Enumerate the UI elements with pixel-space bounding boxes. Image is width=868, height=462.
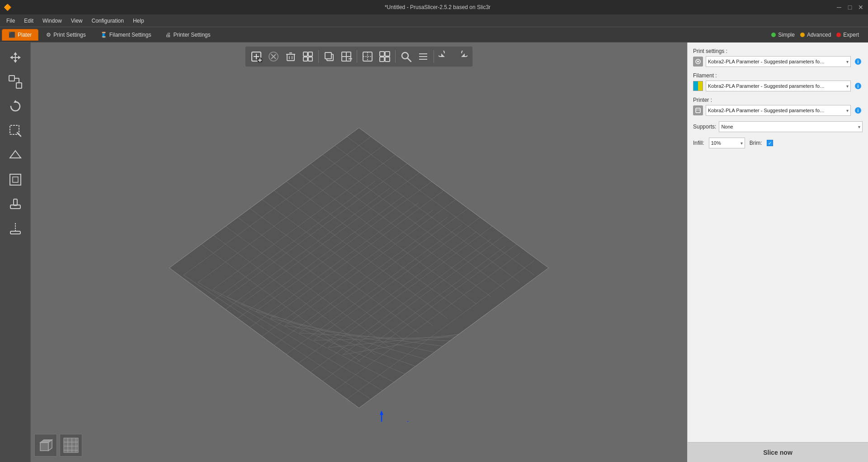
- add-object-button[interactable]: [248, 48, 264, 65]
- maximize-button[interactable]: □: [846, 4, 854, 11]
- undo-button[interactable]: [436, 48, 453, 65]
- close-button[interactable]: ✕: [857, 4, 864, 11]
- svg-rect-9: [13, 177, 18, 182]
- printer-config-icon[interactable]: [693, 105, 703, 115]
- menu-file[interactable]: File: [2, 16, 19, 26]
- print-profile-dropdown[interactable]: Kobra2-PLA Parameter - Suggested paramet…: [706, 56, 851, 67]
- instances-button[interactable]: [338, 48, 354, 65]
- delete-all-button[interactable]: [283, 48, 299, 65]
- menu-configuration[interactable]: Configuration: [87, 16, 128, 26]
- toolbar-separator-1: [318, 50, 319, 63]
- menu-help[interactable]: Help: [128, 16, 149, 26]
- svg-rect-46: [385, 57, 390, 62]
- minimize-button[interactable]: ─: [835, 4, 843, 11]
- mode-expert[interactable]: Expert: [836, 32, 859, 38]
- viewport[interactable]: [31, 43, 687, 462]
- supports-dropdown[interactable]: None ▾: [719, 121, 863, 132]
- tool-seam-paint[interactable]: [4, 217, 27, 240]
- plater-icon: ⬛: [9, 32, 15, 38]
- mode-advanced[interactable]: Advanced: [800, 32, 831, 38]
- tool-rotate[interactable]: [4, 95, 27, 118]
- print-settings-config-icon[interactable]: [693, 57, 703, 67]
- tab-print-settings[interactable]: ⚙ Print Settings: [39, 29, 92, 41]
- print-profile-arrow: ▾: [846, 59, 849, 64]
- printer-profile-value: Kobra2-PLA Parameter - Suggested paramet…: [708, 108, 826, 113]
- viewport-toolbar: [245, 46, 473, 67]
- filament-profile-dropdown[interactable]: Kobra2-PLA Parameter - Suggested paramet…: [706, 81, 851, 91]
- tool-move[interactable]: [4, 46, 27, 69]
- slice-now-button[interactable]: Slice now: [688, 442, 868, 462]
- arrange-button[interactable]: [300, 48, 316, 65]
- svg-rect-34: [342, 52, 346, 57]
- svg-rect-31: [308, 57, 312, 61]
- svg-rect-45: [380, 57, 384, 62]
- menu-view[interactable]: View: [66, 16, 87, 26]
- tab-plater-label: Plater: [18, 32, 32, 38]
- supports-row: Supports: None ▾: [693, 121, 863, 132]
- menu-window[interactable]: Window: [38, 16, 66, 26]
- svg-text:i: i: [858, 84, 859, 89]
- right-panel-content: Print settings : Kobra2-PLA Parameter - …: [688, 43, 868, 442]
- filament-warning-icon[interactable]: i: [854, 81, 863, 90]
- svg-rect-8: [10, 174, 21, 185]
- toolbar-separator-2: [357, 50, 357, 63]
- svg-marker-0: [10, 52, 21, 63]
- svg-rect-35: [346, 52, 351, 57]
- delete-button[interactable]: [265, 48, 282, 65]
- svg-text:i: i: [858, 108, 859, 113]
- tab-plater[interactable]: ⬛ Plater: [2, 29, 38, 41]
- printer-label: Printer :: [693, 97, 863, 103]
- menu-edit[interactable]: Edit: [19, 16, 38, 26]
- redo-button[interactable]: [453, 48, 470, 65]
- tab-filament-settings[interactable]: 🧵 Filament Settings: [94, 29, 158, 41]
- toolbar-separator-3: [395, 50, 396, 63]
- svg-line-48: [407, 58, 411, 62]
- titlebar: 🔶 *Untitled - PrusaSlicer-2.5.2 based on…: [0, 0, 868, 14]
- brim-checkbox[interactable]: ✓: [767, 140, 773, 146]
- tool-scale[interactable]: [4, 71, 27, 93]
- main-area: Print settings : Kobra2-PLA Parameter - …: [0, 43, 868, 462]
- split-parts-button[interactable]: [377, 48, 393, 65]
- split-objects-button[interactable]: [359, 48, 376, 65]
- layers-button[interactable]: [415, 48, 431, 65]
- infill-value: 10%: [711, 140, 721, 146]
- supports-label: Supports:: [693, 124, 716, 130]
- svg-rect-44: [385, 52, 390, 56]
- svg-marker-7: [10, 151, 21, 158]
- view-layers-button[interactable]: [60, 434, 82, 457]
- mode-selector: Simple Advanced Expert: [771, 32, 866, 38]
- infill-dropdown[interactable]: 10% ▾: [709, 138, 745, 148]
- filament-color-swatch[interactable]: [693, 81, 703, 91]
- tool-cut[interactable]: [4, 168, 27, 191]
- copy-button[interactable]: [321, 48, 337, 65]
- svg-marker-117: [380, 410, 383, 415]
- printer-warning-icon[interactable]: i: [854, 106, 863, 115]
- infill-arrow: ▾: [741, 141, 743, 146]
- filament-profile-arrow: ▾: [846, 84, 849, 89]
- tab-printer-settings[interactable]: 🖨 Printer Settings: [159, 29, 217, 41]
- tool-support-paint[interactable]: [4, 193, 27, 215]
- search-button[interactable]: [398, 48, 414, 65]
- svg-rect-122: [40, 443, 48, 451]
- tool-place-on-face[interactable]: [4, 144, 27, 167]
- svg-marker-52: [441, 53, 445, 57]
- svg-rect-11: [14, 199, 17, 205]
- titlebar-title: *Untitled - PrusaSlicer-2.5.2 based on S…: [385, 4, 491, 10]
- view-controls: [34, 434, 82, 457]
- svg-rect-36: [342, 57, 346, 61]
- filament-profile-value: Kobra2-PLA Parameter - Suggested paramet…: [708, 83, 826, 89]
- supports-section: Supports: None ▾: [693, 121, 863, 132]
- view-cube-button[interactable]: [34, 434, 57, 457]
- tool-select-rect[interactable]: [4, 119, 27, 142]
- svg-marker-53: [461, 53, 465, 57]
- brim-label: Brim:: [750, 140, 762, 146]
- print-profile-value: Kobra2-PLA Parameter - Suggested paramet…: [708, 59, 826, 64]
- printer-profile-dropdown[interactable]: Kobra2-PLA Parameter - Suggested paramet…: [706, 105, 851, 116]
- infill-label: Infill:: [693, 140, 704, 146]
- print-settings-warning-icon[interactable]: i: [854, 57, 863, 66]
- printer-row: Kobra2-PLA Parameter - Suggested paramet…: [693, 105, 863, 116]
- mode-simple-label: Simple: [778, 32, 795, 38]
- app-icon: 🔶: [4, 4, 11, 11]
- mode-advanced-dot: [800, 33, 805, 37]
- mode-simple[interactable]: Simple: [771, 32, 795, 38]
